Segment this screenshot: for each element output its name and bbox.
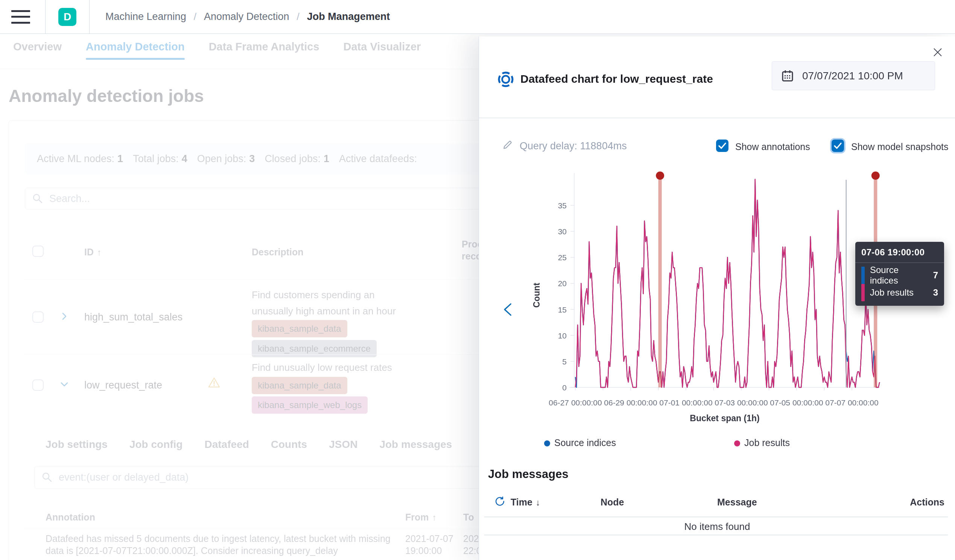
show-annotations-checkbox[interactable] xyxy=(716,139,728,152)
column-header-id[interactable]: ID↑ xyxy=(84,247,102,258)
tab-job-settings[interactable]: Job settings xyxy=(45,438,108,451)
empty-table-message: No items found xyxy=(479,521,955,533)
tooltip-series-value: 7 xyxy=(933,270,938,280)
svg-text:07-07 00:00:00: 07-07 00:00:00 xyxy=(825,398,878,407)
sort-asc-icon: ↑ xyxy=(432,513,437,522)
job-description-line2: unusually high amount in an hour xyxy=(252,305,396,317)
index-badge: kibana_sample_data xyxy=(252,320,347,337)
datafeed-icon xyxy=(497,71,514,88)
svg-text:0: 0 xyxy=(562,383,567,392)
stat-active-ml-nodes: Active ML nodes:1 xyxy=(37,153,123,165)
date-picker[interactable]: 07/07/2021 10:00 PM xyxy=(772,61,935,90)
tooltip-row: Source indices 7 xyxy=(861,267,938,284)
tab-job-messages[interactable]: Job messages xyxy=(379,438,452,451)
page-title: Anomaly detection jobs xyxy=(9,86,204,106)
app-header: D Machine Learning Anomaly Detection Job… xyxy=(0,0,955,34)
stat-total-jobs: Total jobs:4 xyxy=(133,153,187,165)
breadcrumb-machine-learning[interactable]: Machine Learning xyxy=(105,11,186,23)
search-icon xyxy=(41,472,53,483)
edit-pencil-icon[interactable] xyxy=(503,139,513,150)
main-nav-tabs: Overview Anomaly Detection Data Frame An… xyxy=(13,41,421,66)
column-header-from[interactable]: From↑ xyxy=(405,512,437,523)
annotation-text-line1: Datafeed has missed 5 documents due to i… xyxy=(45,533,391,544)
svg-text:20: 20 xyxy=(558,279,567,288)
tab-data-visualizer[interactable]: Data Visualizer xyxy=(344,41,421,66)
breadcrumb-job-management: Job Management xyxy=(307,11,390,23)
chevron-right-icon[interactable] xyxy=(59,311,70,322)
show-model-snapshots-checkbox[interactable] xyxy=(831,139,844,152)
column-header-node: Node xyxy=(601,497,624,508)
svg-text:5: 5 xyxy=(562,357,567,366)
series-color-swatch xyxy=(861,284,865,301)
search-icon xyxy=(32,193,43,204)
tab-datafeed[interactable]: Datafeed xyxy=(204,438,249,451)
tab-json[interactable]: JSON xyxy=(329,438,357,451)
space-avatar[interactable]: D xyxy=(58,8,77,26)
breadcrumb: Machine Learning Anomaly Detection Job M… xyxy=(105,11,390,23)
index-badge: kibana_sample_ecommerce xyxy=(252,340,377,357)
annotation-from-date: 2021-07-07 xyxy=(405,533,453,544)
row-checkbox[interactable] xyxy=(32,380,44,391)
breadcrumb-separator xyxy=(194,11,196,23)
tab-overview[interactable]: Overview xyxy=(13,41,62,66)
legend-item-job-results[interactable]: Job results xyxy=(744,437,790,448)
chevron-left-icon[interactable] xyxy=(500,300,517,319)
sort-asc-icon: ↑ xyxy=(97,247,102,257)
chevron-down-icon[interactable] xyxy=(59,379,70,390)
query-delay-value: Query delay: 118804ms xyxy=(520,140,627,152)
column-header-message: Message xyxy=(717,497,757,508)
job-detail-tabs: Job settings Job config Datafeed Counts … xyxy=(45,438,452,451)
svg-text:35: 35 xyxy=(558,201,567,210)
job-id: low_request_rate xyxy=(84,380,162,391)
show-annotations-label: Show annotations xyxy=(735,141,810,152)
svg-text:25: 25 xyxy=(558,253,567,262)
show-model-snapshots-label: Show model snapshots xyxy=(851,141,948,152)
svg-text:07-01 00:00:00: 07-01 00:00:00 xyxy=(659,398,712,407)
annotation-text-line2: data is [2021-07-07T21:00:00.000Z]. Cons… xyxy=(45,545,338,556)
legend-dot-job-results xyxy=(734,440,740,446)
job-description-line1: Find unusually low request rates xyxy=(252,362,392,374)
refresh-icon[interactable] xyxy=(494,496,505,507)
series-color-swatch xyxy=(861,267,865,284)
tab-job-config[interactable]: Job config xyxy=(130,438,183,451)
svg-text:Bucket span (1h): Bucket span (1h) xyxy=(690,413,759,423)
column-header-actions: Actions xyxy=(910,497,944,508)
tab-anomaly-detection[interactable]: Anomaly Detection xyxy=(86,41,185,66)
tab-data-frame-analytics[interactable]: Data Frame Analytics xyxy=(209,41,319,66)
row-checkbox[interactable] xyxy=(32,311,44,323)
calendar-icon xyxy=(781,70,794,82)
header-divider xyxy=(89,0,89,33)
svg-text:07-05 00:00:00: 07-05 00:00:00 xyxy=(770,398,823,407)
tooltip-timestamp: 07-06 19:00:00 xyxy=(861,247,938,258)
tooltip-series-label: Source indices xyxy=(870,265,928,286)
svg-text:06-27 00:00:00: 06-27 00:00:00 xyxy=(549,398,602,407)
column-header-description: Description xyxy=(252,247,304,258)
datafeed-chart-flyout: Datafeed chart for low_request_rate 07/0… xyxy=(479,36,955,560)
close-icon[interactable] xyxy=(929,44,946,61)
breadcrumb-anomaly-detection[interactable]: Anomaly Detection xyxy=(204,11,290,23)
chart-tooltip: 07-06 19:00:00 Source indices 7 Job resu… xyxy=(855,242,944,306)
svg-text:10: 10 xyxy=(558,331,567,340)
column-header-to[interactable]: To xyxy=(463,512,474,523)
flyout-title: Datafeed chart for low_request_rate xyxy=(520,73,713,85)
svg-text:15: 15 xyxy=(558,305,567,314)
legend-item-source-indices[interactable]: Source indices xyxy=(554,437,616,448)
svg-text:07-03 00:00:00: 07-03 00:00:00 xyxy=(715,398,768,407)
datafeed-chart-container: 0510152025303506-27 00:00:0006-29 00:00:… xyxy=(479,162,955,425)
legend-dot-source-indices xyxy=(544,440,550,446)
hamburger-menu-icon[interactable] xyxy=(11,10,30,24)
select-all-checkbox[interactable] xyxy=(32,246,44,257)
breadcrumb-separator xyxy=(297,11,299,23)
column-header-time[interactable]: Time↓ xyxy=(510,497,540,508)
stat-open-jobs: Open jobs:3 xyxy=(197,153,255,165)
stat-active-datafeeds: Active datafeeds: xyxy=(339,153,420,165)
svg-text:Count: Count xyxy=(532,282,542,308)
index-badge: kibana_sample_data xyxy=(252,377,347,394)
column-header-annotation: Annotation xyxy=(45,512,95,523)
warning-icon xyxy=(208,377,221,389)
job-messages-title: Job messages xyxy=(488,468,568,481)
tab-counts[interactable]: Counts xyxy=(271,438,307,451)
sort-desc-icon: ↓ xyxy=(536,497,540,507)
job-id: high_sum_total_sales xyxy=(84,311,183,323)
chart-legend: Source indices Job results xyxy=(479,437,955,451)
